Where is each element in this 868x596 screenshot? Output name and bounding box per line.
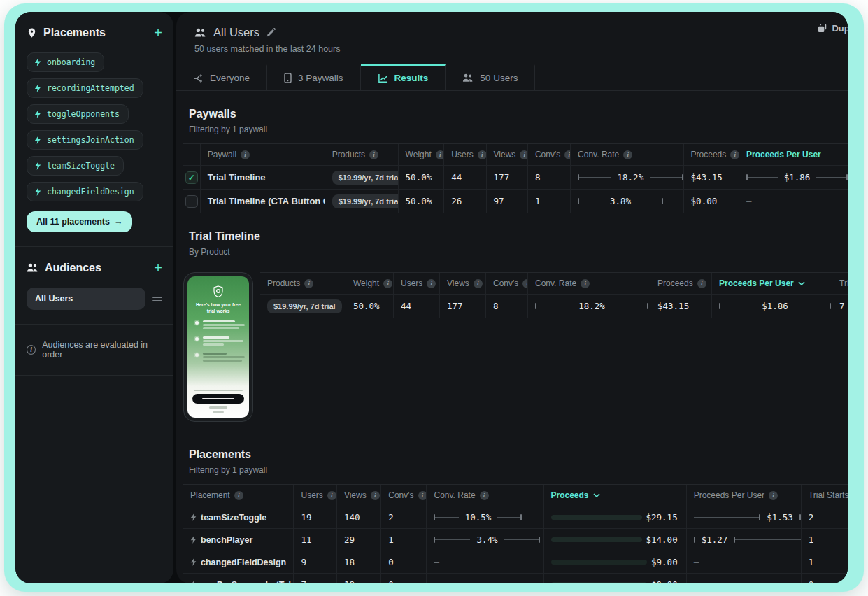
info-icon[interactable]: i (769, 491, 778, 500)
info-icon[interactable]: i (234, 491, 243, 500)
placement-row[interactable]: nonProScreenshotTaken 7 18 0 – $0.00 – 0 (183, 573, 848, 583)
info-icon[interactable]: i (581, 279, 590, 288)
all-placements-button[interactable]: All 11 placements → (27, 211, 132, 232)
weight-value: 50.0% (398, 166, 444, 189)
placement-row[interactable]: benchPlayer 11 29 1 3.4% $14.00 $1.27 1 (183, 528, 848, 551)
placement-row[interactable]: teamSizeToggle 19 140 2 10.5% $29.15 $1.… (183, 506, 848, 528)
users-icon (462, 73, 474, 83)
views-value: 177 (486, 166, 527, 189)
column-header-conv-rate[interactable]: Conv. Rate (535, 278, 576, 288)
tab-results[interactable]: Results (361, 64, 446, 90)
convs-value: 1 (527, 190, 570, 213)
info-icon[interactable]: i (564, 150, 570, 159)
column-header-convs[interactable]: Conv's (535, 150, 560, 159)
row-checkbox-checked[interactable]: ✓ (185, 171, 198, 184)
ppu-interval: $1.53 (694, 512, 801, 523)
users-value: 11 (293, 529, 336, 551)
info-icon[interactable]: i (304, 279, 313, 288)
info-icon: i (27, 345, 36, 355)
paywall-row[interactable]: ✓ Trial Timeline $19.99/yr, 7d trial 50.… (183, 165, 848, 189)
info-icon[interactable]: i (371, 491, 380, 500)
row-checkbox-unchecked[interactable] (185, 195, 198, 208)
info-icon[interactable]: i (697, 279, 706, 288)
add-audience-button[interactable]: + (154, 261, 162, 275)
weight-value: 50.0% (346, 295, 393, 318)
placement-tag[interactable]: changedFieldDesign (27, 182, 143, 201)
column-header-proceeds-per-user[interactable]: Proceeds Per User (694, 490, 764, 500)
info-icon[interactable]: i (520, 150, 527, 159)
paywalls-table: Paywalli Productsi Weighti Usersi Viewsi… (183, 143, 848, 213)
column-header-users[interactable]: Users (451, 150, 473, 159)
column-header-conv-rate[interactable]: Conv. Rate (578, 150, 619, 159)
column-header-proceeds-per-user[interactable]: Proceeds Per User (719, 278, 794, 288)
placement-tag[interactable]: teamSizeToggle (27, 156, 124, 176)
column-header-views[interactable]: Views (447, 278, 469, 288)
column-header-weight[interactable]: Weight (353, 278, 379, 288)
convs-value: 0 (380, 551, 426, 573)
info-icon[interactable]: i (436, 150, 444, 159)
info-icon[interactable]: i (327, 491, 336, 500)
info-icon[interactable]: i (480, 491, 489, 500)
column-header-trial-starts[interactable]: Trial Starts (809, 490, 848, 500)
column-header-proceeds-per-user[interactable]: Proceeds Per User (746, 150, 821, 159)
info-icon[interactable]: i (478, 150, 486, 159)
placements-section-title: Placements (189, 448, 848, 461)
tab-everyone[interactable]: Everyone (176, 64, 267, 90)
column-header-conv-rate[interactable]: Conv. Rate (434, 490, 475, 500)
column-header-users[interactable]: Users (401, 278, 422, 288)
column-header-proceeds[interactable]: Proceeds (657, 278, 693, 288)
paywall-row[interactable]: Trial Timeline (CTA Button Change) $19.9… (183, 189, 848, 213)
conv-rate-interval: 10.5% (434, 512, 522, 523)
column-header-placement[interactable]: Placement (190, 490, 230, 500)
audience-item-all-users[interactable]: All Users (27, 288, 145, 310)
drag-handle-icon[interactable] (152, 297, 162, 301)
placement-tag[interactable]: settingsJoinAction (27, 130, 143, 150)
column-header-views[interactable]: Views (344, 490, 367, 500)
info-icon[interactable]: i (418, 491, 427, 500)
audiences-note: Audiences are evaluated in order (42, 340, 162, 360)
column-header-convs[interactable]: Conv's (388, 490, 413, 500)
tab-label: 50 Users (480, 73, 518, 83)
map-pin-icon (27, 27, 37, 38)
proceeds-value: $29.15 (646, 512, 686, 523)
column-header-weight[interactable]: Weight (406, 150, 432, 159)
column-header-paywall[interactable]: Paywall (208, 150, 236, 159)
product-pill: $19.99/yr, 7d trial (267, 299, 342, 313)
column-header-convs[interactable]: Conv's (493, 278, 518, 288)
audience-title: All Users (213, 26, 259, 39)
info-icon[interactable]: i (383, 279, 392, 288)
info-icon[interactable]: i (241, 150, 250, 159)
tab-label: 3 Paywalls (298, 73, 343, 83)
ppu-empty: – (746, 196, 752, 206)
info-icon[interactable]: i (522, 279, 527, 288)
column-header-products[interactable]: Products (332, 150, 365, 159)
paywall-phone-preview[interactable]: Here's how your free trial works (183, 272, 253, 422)
info-icon[interactable]: i (623, 150, 632, 159)
product-row[interactable]: $19.99/yr, 7d trial 50.0% 44 177 8 18.2%… (260, 294, 848, 318)
info-icon[interactable]: i (730, 150, 739, 159)
column-header-products[interactable]: Products (267, 278, 300, 288)
check-icon: ✓ (188, 173, 195, 183)
column-header-trial-starts[interactable]: Trial Starts (839, 278, 848, 288)
column-header-views[interactable]: Views (494, 150, 516, 159)
tab-paywalls[interactable]: 3 Paywalls (267, 64, 361, 90)
info-icon[interactable]: i (474, 279, 483, 288)
placement-row[interactable]: changedFieldDesign 9 18 0 – $9.00 – 1 (183, 551, 848, 573)
column-header-users[interactable]: Users (301, 490, 322, 500)
placement-tag[interactable]: toggleOpponents (27, 104, 129, 124)
info-icon[interactable]: i (427, 279, 436, 288)
bolt-icon (190, 581, 197, 583)
duplicate-button[interactable]: Duplicate (818, 23, 848, 34)
placement-tag[interactable]: onboarding (27, 52, 104, 72)
tab-users[interactable]: 50 Users (446, 64, 535, 90)
placement-tag[interactable]: recordingAttempted (27, 78, 143, 98)
trial-starts-value: 1 (801, 551, 848, 573)
info-icon[interactable]: i (369, 150, 378, 159)
column-header-proceeds[interactable]: Proceeds (691, 150, 727, 159)
product-pill: $19.99/yr, 7d trial (332, 194, 398, 208)
placement-tag-label: toggleOpponents (47, 109, 120, 119)
column-header-proceeds[interactable]: Proceeds (551, 490, 589, 500)
add-placement-button[interactable]: + (154, 26, 162, 40)
placement-name: nonProScreenshotTaken (201, 580, 293, 584)
edit-pencil-icon[interactable] (266, 28, 276, 37)
